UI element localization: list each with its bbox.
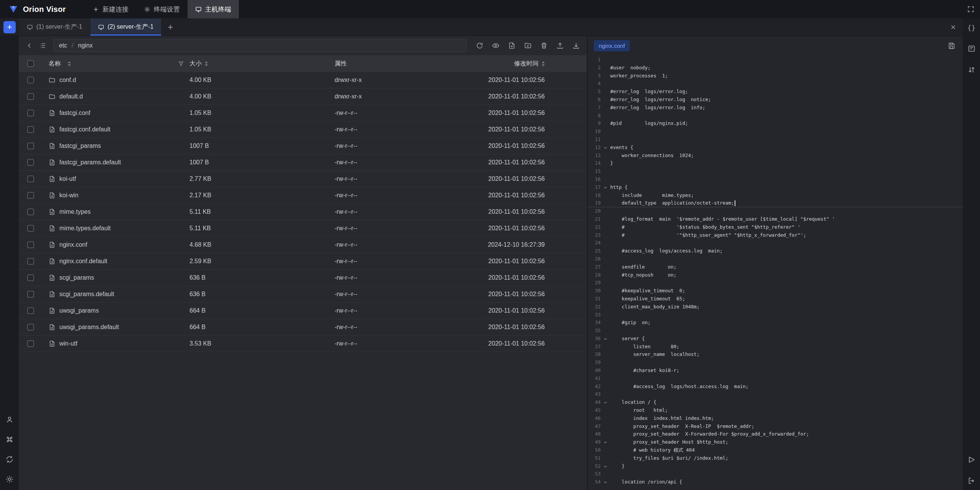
new-file-button[interactable] [506, 40, 517, 51]
row-checkbox[interactable] [27, 225, 34, 232]
table-row[interactable]: uwsgi_params.default 664 B -rw-r--r-- 20… [19, 319, 587, 336]
transfer-list-button[interactable] [966, 64, 977, 75]
fold-chevron-icon[interactable] [601, 169, 610, 174]
code-line[interactable]: 14 } [588, 159, 980, 167]
table-row[interactable]: fastcgi.conf.default 1.05 KB -rw-r--r-- … [19, 121, 587, 138]
fold-chevron-icon[interactable] [601, 257, 610, 261]
row-checkbox[interactable] [27, 291, 34, 298]
table-row[interactable]: mime.types.default 5.11 KB -rw-r--r-- 20… [19, 220, 587, 237]
code-line[interactable]: 12 events { [588, 144, 980, 152]
code-line[interactable]: 52 } [588, 462, 980, 470]
code-line[interactable]: 37 listen 80; [588, 343, 980, 351]
add-tab-button[interactable]: + [162, 18, 179, 36]
code-line[interactable]: 20 [588, 207, 980, 215]
table-row[interactable]: koi-win 2.17 KB -rw-r--r-- 2020-11-01 10… [19, 187, 587, 204]
fold-chevron-icon[interactable] [601, 424, 610, 429]
fold-chevron-icon[interactable] [601, 480, 610, 484]
nav-new-connection[interactable]: 新建连接 [85, 0, 136, 18]
settings-button[interactable] [4, 474, 15, 485]
row-checkbox[interactable] [27, 208, 34, 215]
fold-chevron-icon[interactable] [601, 385, 610, 389]
fold-chevron-icon[interactable] [601, 153, 610, 157]
row-checkbox[interactable] [27, 241, 34, 248]
file-name[interactable]: koi-utf [59, 175, 76, 182]
code-line[interactable]: 1 [588, 56, 980, 64]
fold-chevron-icon[interactable] [601, 74, 610, 78]
code-line[interactable]: 47 proxy_set_header X-Real-IP $remote_ad… [588, 423, 980, 431]
fold-chevron-icon[interactable] [601, 161, 610, 166]
fold-chevron-icon[interactable] [601, 416, 610, 421]
code-line[interactable]: 50 # web history 模式 404 [588, 446, 980, 454]
code-line[interactable]: 40 #charset koi8-r; [588, 367, 980, 375]
fold-chevron-icon[interactable] [601, 193, 610, 197]
refresh-button[interactable] [474, 40, 485, 51]
code-line[interactable]: 21 #log_format main '$remote_addr - $rem… [588, 215, 980, 223]
fold-chevron-icon[interactable] [601, 289, 610, 293]
nav-terminal-settings[interactable]: 终端设置 [136, 0, 188, 18]
fold-chevron-icon[interactable] [601, 177, 610, 182]
fullscreen-button[interactable] [962, 0, 980, 18]
fold-chevron-icon[interactable] [601, 281, 610, 285]
code-line[interactable]: 53 [588, 470, 980, 478]
code-line[interactable]: 24 [588, 239, 980, 247]
file-name[interactable]: scgi_params.default [59, 291, 114, 298]
filter-funnel-icon[interactable] [178, 61, 184, 67]
fold-chevron-icon[interactable] [601, 321, 610, 325]
file-name[interactable]: fastcgi.conf [59, 110, 90, 116]
fold-chevron-icon[interactable] [601, 241, 610, 245]
row-checkbox[interactable] [27, 126, 34, 133]
file-name[interactable]: fastcgi_params [59, 143, 101, 149]
code-line[interactable]: 11 [588, 136, 980, 144]
code-line[interactable]: 6 #error_log logs/error.log notice; [588, 96, 980, 104]
code-line[interactable]: 22 # '$status $body_bytes_sent "$http_re… [588, 223, 980, 231]
file-name[interactable]: koi-win [59, 192, 78, 199]
fold-chevron-icon[interactable] [601, 400, 610, 405]
fold-chevron-icon[interactable] [601, 440, 610, 444]
code-line[interactable]: 30 #keepalive_timeout 0; [588, 287, 980, 295]
back-button[interactable] [24, 40, 35, 51]
code-line[interactable]: 41 [588, 375, 980, 383]
row-checkbox[interactable] [27, 324, 34, 331]
fold-chevron-icon[interactable] [601, 58, 610, 62]
fold-chevron-icon[interactable] [601, 313, 610, 317]
download-button[interactable] [571, 40, 581, 51]
nav-host-terminal[interactable]: 主机终端 [188, 0, 239, 18]
fold-chevron-icon[interactable] [601, 265, 610, 269]
row-checkbox[interactable] [27, 258, 34, 265]
fold-chevron-icon[interactable] [601, 337, 610, 341]
close-panel-button[interactable] [944, 18, 963, 36]
delete-button[interactable] [539, 40, 549, 51]
code-line[interactable]: 34 #gzip on; [588, 319, 980, 327]
tab-server-2[interactable]: (2) server-生产-1 [90, 18, 162, 36]
table-row[interactable]: fastcgi.conf 1.05 KB -rw-r--r-- 2020-11-… [19, 105, 587, 121]
sort-mtime-icon[interactable] [542, 61, 545, 66]
fold-chevron-icon[interactable] [601, 305, 610, 309]
send-command-button[interactable] [966, 454, 977, 465]
table-row[interactable]: scgi_params 636 B -rw-r--r-- 2020-11-01 … [19, 270, 587, 286]
code-line[interactable]: 3 worker_processes 1; [588, 72, 980, 80]
code-line[interactable]: 49 proxy_set_header Host $http_host; [588, 438, 980, 446]
fold-chevron-icon[interactable] [601, 225, 610, 229]
fold-chevron-icon[interactable] [601, 209, 610, 213]
snippets-button[interactable]: {} [966, 22, 977, 33]
fold-chevron-icon[interactable] [601, 345, 610, 349]
fold-chevron-icon[interactable] [601, 249, 610, 253]
preview-button[interactable] [490, 40, 501, 51]
fold-chevron-icon[interactable] [601, 113, 610, 118]
new-folder-button[interactable] [523, 40, 533, 51]
fold-chevron-icon[interactable] [601, 456, 610, 461]
code-area[interactable]: 1 2 #user nobody; 3 worker_processes 1; … [588, 55, 980, 490]
column-header-name[interactable]: 名称 [49, 60, 61, 68]
code-line[interactable]: 43 [588, 390, 980, 398]
file-name[interactable]: conf.d [59, 77, 76, 84]
shortcut-button[interactable] [4, 434, 15, 445]
file-name[interactable]: fastcgi.conf.default [59, 126, 110, 133]
code-line[interactable]: 44 location / { [588, 398, 980, 406]
code-line[interactable]: 31 keepalive_timeout 65; [588, 295, 980, 303]
fold-chevron-icon[interactable] [601, 146, 610, 150]
code-line[interactable]: 16 [588, 175, 980, 184]
code-line[interactable]: 25 #access_log logs/access.log main; [588, 247, 980, 255]
file-name[interactable]: win-utf [59, 340, 77, 347]
code-line[interactable]: 42 #access_log logs/host.access.log main… [588, 383, 980, 391]
code-line[interactable]: 7 #error_log logs/error.log info; [588, 104, 980, 112]
